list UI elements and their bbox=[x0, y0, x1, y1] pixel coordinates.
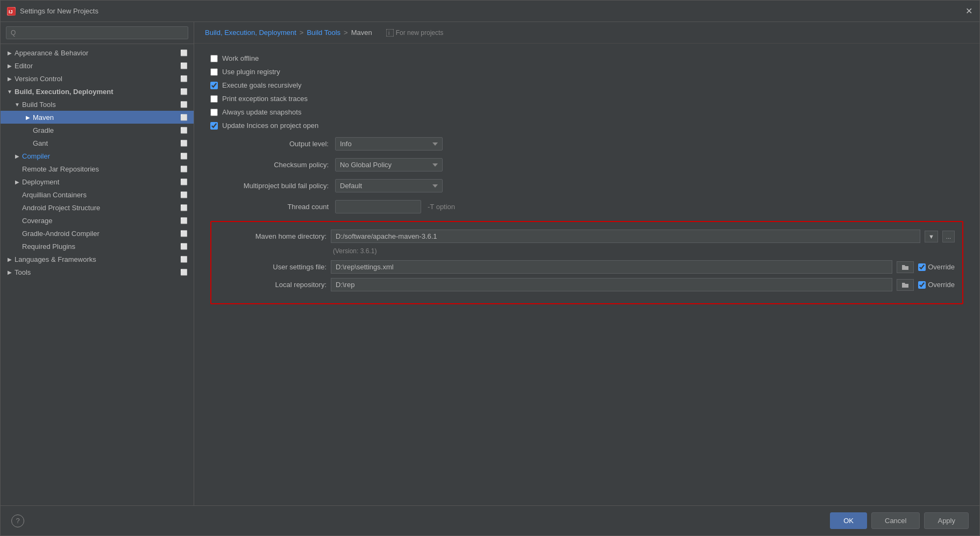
multiproject-policy-select[interactable]: Default At End Never bbox=[335, 179, 443, 192]
svg-rect-2 bbox=[386, 29, 394, 37]
update-indices-label: Update Incices on project open bbox=[222, 122, 318, 130]
arrow-icon: ▶ bbox=[6, 62, 13, 69]
copy-icon: ⬜ bbox=[180, 190, 188, 199]
sidebar-item-label: Coverage bbox=[22, 217, 180, 225]
user-settings-browse-button[interactable] bbox=[897, 261, 914, 273]
arrow-icon bbox=[13, 217, 21, 224]
sidebar-item-build-tools[interactable]: ▼ Build Tools ⬜ bbox=[1, 98, 194, 111]
sidebar-item-languages[interactable]: ▶ Languages & Frameworks ⬜ bbox=[1, 253, 194, 266]
sidebar-item-label: Appearance & Behavior bbox=[15, 49, 180, 57]
sidebar-item-label: Required Plugins bbox=[22, 242, 180, 251]
maven-home-label: Maven home directory: bbox=[219, 232, 326, 240]
sidebar-item-appearance[interactable]: ▶ Appearance & Behavior ⬜ bbox=[1, 46, 194, 59]
checksum-policy-select[interactable]: No Global Policy Warn Fail bbox=[335, 158, 443, 171]
maven-home-input[interactable] bbox=[331, 230, 920, 243]
maven-home-browse-button[interactable]: ... bbox=[942, 231, 955, 242]
help-button[interactable]: ? bbox=[11, 514, 24, 527]
maven-version-text: (Version: 3.6.1) bbox=[333, 247, 955, 255]
sidebar-item-gradle-android[interactable]: Gradle-Android Compiler ⬜ bbox=[1, 227, 194, 240]
update-indices-checkbox[interactable] bbox=[210, 122, 218, 130]
maven-home-dropdown-button[interactable]: ▼ bbox=[925, 231, 938, 242]
sidebar-item-remote-jar[interactable]: Remote Jar Repositories ⬜ bbox=[1, 162, 194, 175]
output-level-label: Output level: bbox=[210, 140, 329, 148]
sidebar-item-tools[interactable]: ▶ Tools ⬜ bbox=[1, 266, 194, 278]
checkbox-always-update-row: Always update snapshots bbox=[210, 108, 963, 116]
sidebar-item-gant[interactable]: Gant ⬜ bbox=[1, 137, 194, 149]
use-plugin-registry-checkbox[interactable] bbox=[210, 68, 218, 76]
content-body: Work offline Use plugin registry Execute… bbox=[194, 44, 979, 505]
copy-icon: ⬜ bbox=[180, 177, 188, 186]
execute-goals-checkbox[interactable] bbox=[210, 82, 218, 89]
copy-icon: ⬜ bbox=[180, 229, 188, 238]
sidebar-item-label: Compiler bbox=[22, 152, 180, 160]
close-button[interactable]: ✕ bbox=[964, 7, 973, 16]
arrow-icon: ▶ bbox=[6, 49, 13, 56]
copy-icon: ⬜ bbox=[180, 268, 188, 276]
output-level-row: Output level: Info Debug Warn Error bbox=[210, 137, 963, 151]
sidebar-item-arquillian[interactable]: Arquillian Containers ⬜ bbox=[1, 188, 194, 201]
checkbox-plugin-registry-row: Use plugin registry bbox=[210, 68, 963, 76]
use-plugin-registry-label: Use plugin registry bbox=[222, 68, 280, 76]
sidebar-tree: ▶ Appearance & Behavior ⬜ ▶ Editor ⬜ ▶ V… bbox=[1, 44, 194, 505]
sidebar-item-gradle[interactable]: Gradle ⬜ bbox=[1, 124, 194, 137]
local-repo-input[interactable] bbox=[331, 278, 892, 291]
sidebar-item-editor[interactable]: ▶ Editor ⬜ bbox=[1, 59, 194, 72]
sidebar-item-build-execution[interactable]: ▼ Build, Execution, Deployment ⬜ bbox=[1, 85, 194, 98]
local-repo-override-checkbox[interactable] bbox=[918, 281, 926, 289]
apply-button[interactable]: Apply bbox=[924, 512, 969, 529]
sidebar-item-version-control[interactable]: ▶ Version Control ⬜ bbox=[1, 72, 194, 85]
maven-paths-section: Maven home directory: ▼ ... (Version: 3.… bbox=[210, 221, 963, 304]
sidebar-item-maven[interactable]: ▶ Maven ⬜ bbox=[1, 111, 194, 124]
sidebar-item-required-plugins[interactable]: Required Plugins ⬜ bbox=[1, 240, 194, 253]
arrow-icon: ▼ bbox=[13, 101, 21, 108]
local-repo-browse-button[interactable] bbox=[897, 279, 914, 291]
work-offline-checkbox[interactable] bbox=[210, 55, 218, 62]
sidebar-item-compiler[interactable]: ▶ Compiler ⬜ bbox=[1, 149, 194, 162]
info-icon: i bbox=[386, 29, 394, 37]
thread-count-row: Thread count -T option bbox=[210, 200, 963, 213]
sidebar-item-label: Gant bbox=[33, 139, 180, 147]
copy-icon: ⬜ bbox=[180, 48, 188, 57]
sidebar-item-android-project[interactable]: Android Project Structure ⬜ bbox=[1, 201, 194, 214]
copy-icon: ⬜ bbox=[180, 61, 188, 70]
user-settings-input[interactable] bbox=[331, 260, 892, 274]
arrow-icon: ▶ bbox=[6, 255, 13, 263]
breadcrumb-build[interactable]: Build, Execution, Deployment bbox=[205, 28, 296, 37]
checksum-policy-row: Checksum policy: No Global Policy Warn F… bbox=[210, 158, 963, 171]
override-text: Override bbox=[928, 281, 955, 289]
sidebar-item-label: Version Control bbox=[15, 75, 180, 83]
svg-text:IJ: IJ bbox=[9, 9, 13, 15]
copy-icon: ⬜ bbox=[180, 152, 188, 160]
sidebar-item-label: Arquillian Containers bbox=[22, 191, 180, 199]
ok-button[interactable]: OK bbox=[830, 512, 867, 529]
settings-dialog: IJ Settings for New Projects ✕ ▶ Appeara… bbox=[0, 0, 980, 536]
sidebar-item-deployment[interactable]: ▶ Deployment ⬜ bbox=[1, 175, 194, 188]
print-exceptions-checkbox[interactable] bbox=[210, 95, 218, 103]
footer: ? OK Cancel Apply bbox=[1, 505, 979, 535]
copy-icon: ⬜ bbox=[180, 100, 188, 109]
always-update-checkbox[interactable] bbox=[210, 109, 218, 116]
copy-icon: ⬜ bbox=[180, 203, 188, 212]
print-exceptions-label: Print exception stack traces bbox=[222, 95, 308, 103]
breadcrumb-build-tools[interactable]: Build Tools bbox=[307, 28, 340, 37]
thread-count-input[interactable] bbox=[335, 200, 421, 213]
search-input[interactable] bbox=[6, 26, 188, 39]
copy-icon: ⬜ bbox=[180, 216, 188, 225]
multiproject-policy-label: Multiproject build fail policy: bbox=[210, 182, 329, 190]
user-settings-override-checkbox[interactable] bbox=[918, 263, 926, 271]
content-area: Build, Execution, Deployment > Build Too… bbox=[194, 22, 979, 505]
output-level-select[interactable]: Info Debug Warn Error bbox=[335, 137, 443, 151]
user-settings-row: User settings file: Override bbox=[219, 260, 955, 274]
breadcrumb-sep1: > bbox=[300, 28, 304, 37]
sidebar-item-coverage[interactable]: Coverage ⬜ bbox=[1, 214, 194, 227]
local-repo-row: Local repository: Override bbox=[219, 278, 955, 291]
folder-icon bbox=[901, 282, 909, 288]
sidebar-item-label: Editor bbox=[15, 62, 180, 70]
cancel-button[interactable]: Cancel bbox=[871, 512, 920, 529]
arrow-icon bbox=[13, 191, 21, 198]
arrow-icon: ▶ bbox=[6, 268, 13, 276]
sidebar-item-label: Deployment bbox=[22, 178, 180, 186]
copy-icon: ⬜ bbox=[180, 87, 188, 96]
sidebar-item-label: Build, Execution, Deployment bbox=[15, 88, 180, 96]
arrow-icon: ▶ bbox=[24, 113, 32, 121]
